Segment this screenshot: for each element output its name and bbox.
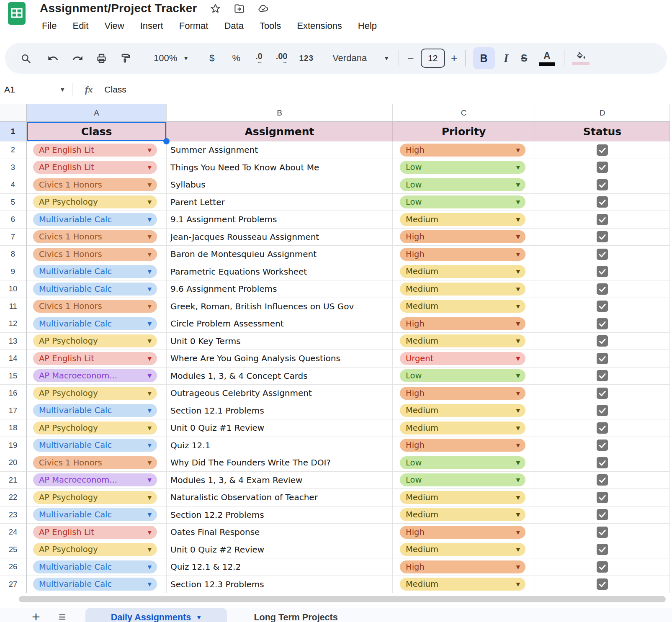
status-cell[interactable] bbox=[535, 176, 670, 194]
row-header[interactable]: 10 bbox=[0, 280, 27, 298]
class-dropdown-chip[interactable]: AP Psychology ▼ bbox=[33, 491, 157, 504]
row-header[interactable]: 4 bbox=[0, 176, 27, 194]
priority-cell[interactable]: Low ▼ bbox=[393, 159, 535, 177]
priority-dropdown-chip[interactable]: Low ▼ bbox=[400, 456, 525, 469]
row-header[interactable]: 24 bbox=[0, 524, 27, 541]
status-checkbox-checked[interactable] bbox=[597, 353, 608, 364]
assignment-cell[interactable]: Naturalistic Observation of Teacher bbox=[167, 489, 393, 506]
status-cell[interactable] bbox=[535, 402, 670, 420]
priority-dropdown-chip[interactable]: High ▼ bbox=[400, 439, 525, 452]
priority-cell[interactable]: Low ▼ bbox=[393, 368, 535, 385]
status-checkbox-checked[interactable] bbox=[597, 370, 608, 381]
row-header[interactable]: 19 bbox=[0, 437, 27, 455]
priority-dropdown-chip[interactable]: High ▼ bbox=[400, 387, 525, 400]
priority-dropdown-chip[interactable]: High ▼ bbox=[400, 526, 525, 539]
row-header[interactable]: 3 bbox=[0, 159, 27, 177]
status-cell[interactable] bbox=[535, 333, 670, 350]
star-icon[interactable] bbox=[210, 3, 221, 14]
row-header[interactable]: 12 bbox=[0, 315, 27, 333]
menu-data[interactable]: Data bbox=[216, 21, 251, 31]
class-cell[interactable]: Civics 1 Honors ▼ bbox=[27, 454, 167, 472]
status-cell[interactable] bbox=[535, 280, 670, 298]
row-header[interactable]: 7 bbox=[0, 229, 27, 246]
status-cell[interactable] bbox=[535, 472, 670, 489]
class-cell[interactable]: Multivariable Calc ▼ bbox=[27, 402, 167, 420]
menu-tools[interactable]: Tools bbox=[252, 21, 289, 31]
class-dropdown-chip[interactable]: Civics 1 Honors ▼ bbox=[33, 230, 157, 243]
class-dropdown-chip[interactable]: Multivariable Calc ▼ bbox=[33, 265, 157, 278]
priority-cell[interactable]: Medium ▼ bbox=[393, 280, 535, 298]
class-dropdown-chip[interactable]: Multivariable Calc ▼ bbox=[33, 439, 157, 452]
assignment-cell[interactable]: Things You Need To Know About Me bbox=[167, 159, 393, 177]
priority-cell[interactable]: Medium ▼ bbox=[393, 263, 535, 281]
cell-c1[interactable]: Priority bbox=[393, 122, 535, 141]
class-dropdown-chip[interactable]: Multivariable Calc ▼ bbox=[33, 317, 157, 330]
text-color-button[interactable]: A bbox=[539, 51, 555, 66]
class-cell[interactable]: AP Macroeconom... ▼ bbox=[27, 472, 167, 489]
assignment-cell[interactable]: Modules 1, 3, & 4 Exam Review bbox=[167, 472, 393, 489]
menu-file[interactable]: File bbox=[40, 21, 64, 31]
status-checkbox-checked[interactable] bbox=[597, 196, 608, 208]
increase-font-size-button[interactable]: + bbox=[451, 52, 458, 65]
class-cell[interactable]: Multivariable Calc ▼ bbox=[27, 263, 167, 281]
assignment-cell[interactable]: Greek, Roman, British Influences on US G… bbox=[167, 298, 393, 316]
priority-dropdown-chip[interactable]: Medium ▼ bbox=[400, 213, 525, 226]
row-header[interactable]: 8 bbox=[0, 246, 27, 263]
bold-button[interactable]: B bbox=[473, 47, 495, 69]
priority-cell[interactable]: Medium ▼ bbox=[393, 576, 535, 594]
class-cell[interactable]: AP English Lit ▼ bbox=[27, 159, 167, 177]
class-dropdown-chip[interactable]: Civics 1 Honors ▼ bbox=[33, 456, 157, 469]
add-sheet-icon[interactable]: + bbox=[32, 609, 40, 622]
priority-cell[interactable]: High ▼ bbox=[393, 385, 535, 402]
class-dropdown-chip[interactable]: Multivariable Calc ▼ bbox=[33, 560, 157, 573]
status-cell[interactable] bbox=[535, 263, 670, 281]
class-cell[interactable]: AP English Lit ▼ bbox=[27, 524, 167, 541]
priority-dropdown-chip[interactable]: Low ▼ bbox=[400, 161, 525, 174]
italic-button[interactable]: I bbox=[504, 52, 509, 65]
status-cell[interactable] bbox=[535, 194, 670, 211]
assignment-cell[interactable]: Oates Final Response bbox=[167, 524, 393, 541]
status-checkbox-checked[interactable] bbox=[597, 457, 608, 468]
class-dropdown-chip[interactable]: Civics 1 Honors ▼ bbox=[33, 248, 157, 261]
status-checkbox-checked[interactable] bbox=[597, 405, 608, 416]
row-header[interactable]: 11 bbox=[0, 298, 27, 316]
row-header[interactable]: 22 bbox=[0, 489, 27, 506]
status-checkbox-checked[interactable] bbox=[597, 544, 608, 555]
class-cell[interactable]: Civics 1 Honors ▼ bbox=[27, 229, 167, 246]
status-checkbox-checked[interactable] bbox=[597, 578, 608, 590]
status-checkbox-checked[interactable] bbox=[597, 283, 608, 295]
class-dropdown-chip[interactable]: AP English Lit ▼ bbox=[33, 144, 157, 157]
status-checkbox-checked[interactable] bbox=[597, 509, 608, 520]
all-sheets-menu-icon[interactable]: ≡ bbox=[59, 611, 66, 622]
menu-insert[interactable]: Insert bbox=[132, 21, 171, 31]
status-checkbox-checked[interactable] bbox=[597, 440, 608, 451]
status-checkbox-checked[interactable] bbox=[597, 162, 608, 173]
priority-dropdown-chip[interactable]: Low ▼ bbox=[400, 178, 525, 191]
menu-format[interactable]: Format bbox=[171, 21, 216, 31]
menu-extensions[interactable]: Extensions bbox=[289, 21, 350, 31]
class-cell[interactable]: Multivariable Calc ▼ bbox=[27, 280, 167, 298]
assignment-cell[interactable]: Section 12.1 Problems bbox=[167, 402, 393, 420]
status-cell[interactable] bbox=[535, 489, 670, 506]
class-cell[interactable]: Civics 1 Honors ▼ bbox=[27, 246, 167, 263]
horizontal-scrollbar[interactable] bbox=[19, 596, 666, 602]
assignment-cell[interactable]: Parent Letter bbox=[167, 194, 393, 211]
priority-dropdown-chip[interactable]: Low ▼ bbox=[400, 369, 525, 382]
status-cell[interactable] bbox=[535, 385, 670, 402]
priority-dropdown-chip[interactable]: Urgent ▼ bbox=[400, 352, 525, 365]
priority-dropdown-chip[interactable]: Medium ▼ bbox=[400, 300, 525, 313]
decrease-decimal-button[interactable]: .0 ← bbox=[255, 52, 263, 64]
priority-cell[interactable]: High ▼ bbox=[393, 229, 535, 246]
priority-dropdown-chip[interactable]: High ▼ bbox=[400, 144, 525, 157]
status-checkbox-checked[interactable] bbox=[597, 214, 608, 225]
cell-a1-selected[interactable]: Class bbox=[27, 122, 167, 141]
priority-dropdown-chip[interactable]: Medium ▼ bbox=[400, 422, 525, 434]
class-cell[interactable]: Multivariable Calc ▼ bbox=[27, 211, 167, 229]
priority-cell[interactable]: Medium ▼ bbox=[393, 489, 535, 506]
class-cell[interactable]: Civics 1 Honors ▼ bbox=[27, 298, 167, 316]
status-cell[interactable] bbox=[535, 558, 670, 576]
status-checkbox-checked[interactable] bbox=[597, 422, 608, 434]
priority-cell[interactable]: Medium ▼ bbox=[393, 333, 535, 350]
priority-dropdown-chip[interactable]: Low ▼ bbox=[400, 195, 525, 208]
status-cell[interactable] bbox=[535, 246, 670, 263]
